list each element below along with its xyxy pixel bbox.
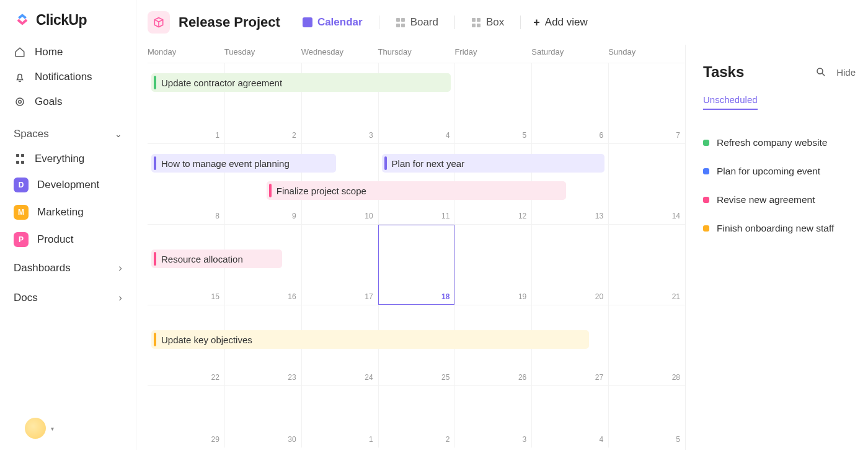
event-color-bar	[384, 156, 387, 170]
event-title: Update contractor agreement	[161, 78, 282, 88]
calendar-week: 1234567Update contractor agreement	[148, 63, 685, 143]
dow-label: Monday	[148, 47, 224, 56]
day-number: 16	[288, 292, 296, 301]
add-view-button[interactable]: + Add view	[533, 16, 588, 29]
day-number: 12	[518, 212, 526, 220]
space-everything[interactable]: Everything	[0, 146, 136, 171]
calendar-week: 22232425262728Update key objectives	[148, 305, 685, 385]
hide-button[interactable]: Hide	[836, 67, 856, 78]
nav-home[interactable]: Home	[0, 40, 136, 65]
project-chip[interactable]: Release Project	[148, 11, 280, 34]
calendar-cell[interactable]: 5	[454, 63, 531, 143]
nav-home-label: Home	[35, 46, 63, 58]
home-icon	[14, 46, 26, 58]
calendar-cell[interactable]: 28	[608, 305, 685, 385]
day-number: 19	[518, 292, 526, 301]
view-tab-calendar[interactable]: Calendar	[299, 14, 366, 31]
calendar-cell[interactable]: 5	[608, 386, 685, 448]
plus-icon: +	[533, 16, 540, 29]
calendar-icon	[303, 17, 312, 27]
dow-label: Wednesday	[301, 47, 378, 56]
calendar-cell[interactable]: 1	[301, 386, 378, 448]
view-tab-board[interactable]: Board	[392, 14, 442, 31]
day-number: 24	[365, 373, 373, 382]
space-badge-icon: P	[14, 232, 29, 247]
target-icon	[14, 96, 26, 108]
day-number: 27	[595, 373, 603, 382]
calendar-event[interactable]: Finalize project scope	[267, 181, 566, 200]
calendar-cell[interactable]: 6	[531, 63, 608, 143]
event-title: Resource allocation	[161, 254, 243, 264]
calendar-weeks: 1234567Update contractor agreement891011…	[148, 63, 685, 448]
task-color-dot	[703, 225, 709, 232]
day-number: 7	[676, 131, 680, 140]
day-number: 6	[599, 131, 603, 140]
calendar-cell[interactable]: 2	[378, 386, 455, 448]
task-item[interactable]: Finish onboarding new staff	[703, 214, 856, 243]
calendar-cell[interactable]: 17	[301, 225, 378, 305]
calendar-event[interactable]: Update key objectives	[151, 330, 589, 349]
tasks-tab-unscheduled[interactable]: Unscheduled	[703, 94, 758, 110]
calendar-cell[interactable]: 18	[378, 225, 455, 305]
nav-docs[interactable]: Docs ›	[0, 283, 136, 313]
space-badge-icon: D	[14, 178, 29, 192]
day-number: 28	[672, 373, 680, 382]
day-number: 22	[211, 373, 219, 382]
dow-label: Thursday	[378, 47, 455, 56]
day-number: 1	[215, 131, 219, 140]
separator	[520, 16, 521, 29]
nav-notifications[interactable]: Notifications	[0, 65, 136, 89]
calendar-event[interactable]: Update contractor agreement	[151, 73, 451, 92]
calendar-event[interactable]: Resource allocation	[151, 250, 282, 268]
task-item[interactable]: Plan for upcoming event	[703, 157, 856, 186]
dow-label: Saturday	[531, 47, 608, 56]
space-item[interactable]: MMarketing	[0, 199, 136, 226]
day-number: 1	[369, 435, 373, 444]
event-color-bar	[154, 252, 156, 266]
box-icon	[471, 17, 481, 27]
nav-docs-label: Docs	[14, 292, 38, 304]
main: Release Project Calendar Board Box + Add…	[136, 0, 868, 450]
svg-point-1	[19, 101, 22, 104]
calendar-event[interactable]: Plan for next year	[382, 154, 605, 173]
everything-icon	[14, 153, 26, 165]
avatar-icon	[25, 418, 46, 439]
chevron-right-icon: ›	[118, 262, 122, 274]
event-title: Plan for next year	[392, 158, 465, 169]
view-tab-box[interactable]: Box	[467, 14, 508, 31]
day-number: 11	[441, 212, 450, 220]
day-number: 13	[595, 212, 603, 220]
spaces-header[interactable]: Spaces ⌄	[0, 114, 136, 146]
task-color-dot	[703, 197, 709, 203]
caret-down-icon: ▾	[51, 425, 54, 432]
task-item[interactable]: Refresh company website	[703, 128, 856, 157]
brand-logo-icon	[14, 11, 31, 29]
task-item[interactable]: Revise new agreement	[703, 186, 856, 214]
calendar-cell[interactable]: 20	[531, 225, 608, 305]
space-item[interactable]: PProduct	[0, 226, 136, 253]
calendar-cell[interactable]: 7	[608, 63, 685, 143]
event-title: Update key objectives	[161, 335, 252, 345]
brand-logo[interactable]: ClickUp	[0, 11, 136, 40]
nav-dashboards-label: Dashboards	[14, 262, 71, 274]
spaces-header-label: Spaces	[14, 128, 49, 140]
calendar-cell[interactable]: 14	[608, 144, 685, 224]
calendar-cell[interactable]: 30	[224, 386, 301, 448]
task-label: Revise new agreement	[717, 194, 815, 205]
calendar-cell[interactable]: 19	[454, 225, 531, 305]
day-number: 15	[211, 292, 219, 301]
user-menu[interactable]: ▾	[25, 418, 54, 439]
event-color-bar	[154, 333, 156, 346]
search-icon[interactable]	[815, 66, 826, 78]
calendar-cell[interactable]: 21	[608, 225, 685, 305]
calendar-event[interactable]: How to manage event planning	[151, 154, 336, 173]
nav-goals[interactable]: Goals	[0, 89, 136, 114]
dow-label: Friday	[454, 47, 531, 56]
nav-dashboards[interactable]: Dashboards ›	[0, 253, 136, 283]
space-item[interactable]: DDevelopment	[0, 171, 136, 199]
task-label: Refresh company website	[717, 137, 827, 148]
calendar-cell[interactable]: 3	[454, 386, 531, 448]
add-view-label: Add view	[545, 16, 588, 29]
calendar-cell[interactable]: 4	[531, 386, 608, 448]
calendar-cell[interactable]: 29	[148, 386, 224, 448]
